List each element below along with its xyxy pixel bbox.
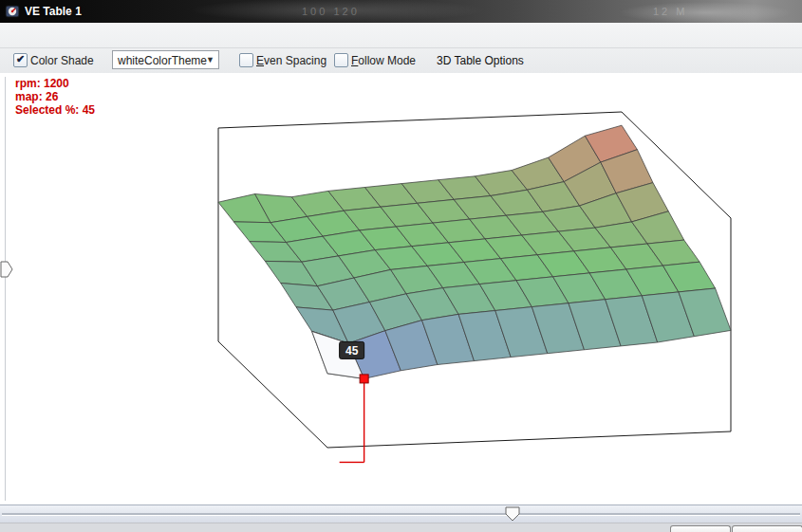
ve-table-window: VE Table 1 100 120 12 M ✔ Color Shade wh… xyxy=(0,0,802,532)
window-title: VE Table 1 xyxy=(25,5,82,18)
app-icon[interactable] xyxy=(5,4,20,19)
partial-button-right[interactable] xyxy=(732,525,802,532)
title-bar[interactable]: VE Table 1 100 120 12 M xyxy=(0,0,802,24)
dropdown-arrow-icon: ▼ xyxy=(206,55,214,64)
horizontal-slider-track[interactable] xyxy=(2,513,800,516)
vertical-slider-track[interactable] xyxy=(5,77,6,501)
vertical-slider-thumb[interactable] xyxy=(0,260,13,279)
even-spacing-checkbox[interactable] xyxy=(239,53,253,67)
follow-mode-label: Follow Mode xyxy=(351,54,416,67)
partial-button-left[interactable] xyxy=(670,525,731,532)
horizontal-slider-thumb[interactable] xyxy=(505,506,521,523)
toolbar: ✔ Color Shade whiteColorTheme ▼ Even Spa… xyxy=(0,23,802,74)
surface-plot-area: 45 rpm: 1200 map: 26 Selected %: 45 xyxy=(0,73,802,504)
selected-point-marker[interactable] xyxy=(360,375,368,383)
color-shade-label: Color Shade xyxy=(30,54,94,67)
even-spacing-label: Even Spacing xyxy=(256,54,326,67)
follow-mode-checkbox[interactable] xyxy=(334,53,348,67)
surface-3d-chart[interactable]: 45 xyxy=(0,73,802,504)
readout-selected-pct: Selected %: 45 xyxy=(15,103,95,117)
checkmark-icon: ✔ xyxy=(14,53,27,64)
color-shade-checkbox[interactable]: ✔ xyxy=(13,53,28,67)
color-theme-select[interactable]: whiteColorTheme ▼ xyxy=(112,50,219,69)
horizontal-slider[interactable] xyxy=(0,504,802,523)
background-artifact: 100 120 xyxy=(302,6,360,17)
bottom-strip xyxy=(0,523,802,532)
table-options-button[interactable]: 3D Table Options xyxy=(437,54,524,67)
selected-value-label: 45 xyxy=(345,344,359,358)
background-artifact: 12 M xyxy=(653,6,687,17)
toolbar-separator xyxy=(0,47,802,48)
readout-map: map: 26 xyxy=(15,90,95,103)
color-theme-value: whiteColorTheme xyxy=(118,54,207,67)
cursor-readout: rpm: 1200 map: 26 Selected %: 45 xyxy=(15,77,95,117)
readout-rpm: rpm: 1200 xyxy=(15,77,95,90)
